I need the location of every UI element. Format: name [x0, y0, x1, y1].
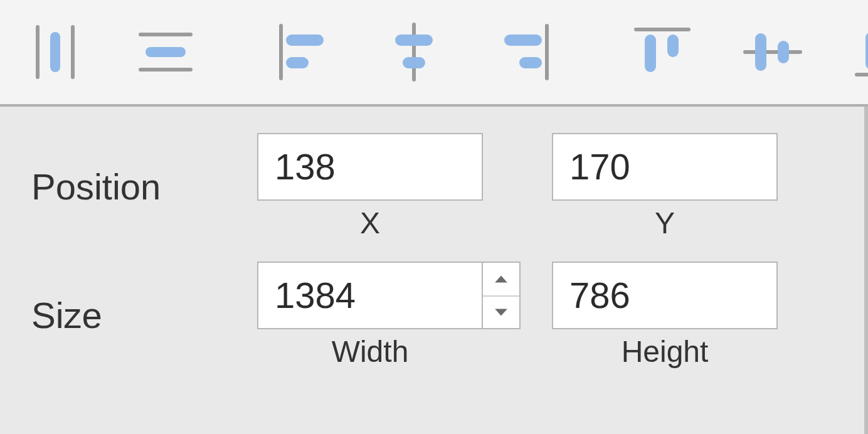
size-label: Size [31, 294, 257, 336]
align-vertical-center-icon[interactable] [735, 14, 810, 90]
align-horizontal-group [266, 14, 562, 90]
svg-marker-25 [495, 309, 507, 316]
svg-rect-13 [504, 34, 542, 46]
align-vertical-group [625, 14, 868, 90]
svg-rect-17 [667, 34, 679, 57]
align-top-icon[interactable] [625, 14, 700, 90]
alignment-toolbar [0, 0, 868, 107]
align-right-icon[interactable] [487, 14, 562, 90]
align-horizontal-center-icon[interactable] [376, 14, 452, 90]
align-bottom-icon[interactable] [845, 14, 868, 90]
svg-rect-7 [286, 34, 324, 46]
size-height-input[interactable]: 786 [552, 262, 778, 329]
transform-panel: Position 138 X 170 Y Size 1384 Width [0, 107, 868, 434]
position-row: Position 138 X 170 Y [31, 133, 833, 240]
size-height-sublabel: Height [552, 334, 778, 369]
position-y-input[interactable]: 170 [552, 133, 778, 201]
position-y-sublabel: Y [552, 206, 778, 240]
svg-rect-8 [286, 57, 309, 68]
svg-rect-19 [755, 33, 766, 71]
svg-marker-24 [495, 276, 507, 283]
size-row: Size 1384 Width 786 Height [31, 262, 833, 369]
svg-rect-5 [146, 47, 186, 57]
svg-rect-14 [519, 57, 542, 68]
size-width-sublabel: Width [257, 334, 483, 369]
svg-rect-22 [865, 32, 868, 70]
size-width-input[interactable]: 1384 [257, 262, 483, 329]
position-label: Position [31, 166, 257, 208]
distribute-horizontal-icon[interactable] [18, 14, 93, 90]
width-stepper [483, 262, 521, 329]
svg-rect-11 [403, 57, 425, 68]
width-step-up[interactable] [483, 263, 519, 295]
distribute-group [18, 14, 203, 90]
distribute-vertical-icon[interactable] [128, 14, 203, 90]
svg-rect-16 [645, 34, 656, 72]
position-x-sublabel: X [257, 206, 483, 240]
svg-rect-10 [395, 34, 433, 46]
align-left-icon[interactable] [266, 14, 341, 90]
width-step-down[interactable] [483, 295, 519, 328]
position-x-input[interactable]: 138 [257, 133, 483, 201]
svg-rect-20 [778, 41, 789, 63]
svg-rect-2 [50, 32, 60, 72]
